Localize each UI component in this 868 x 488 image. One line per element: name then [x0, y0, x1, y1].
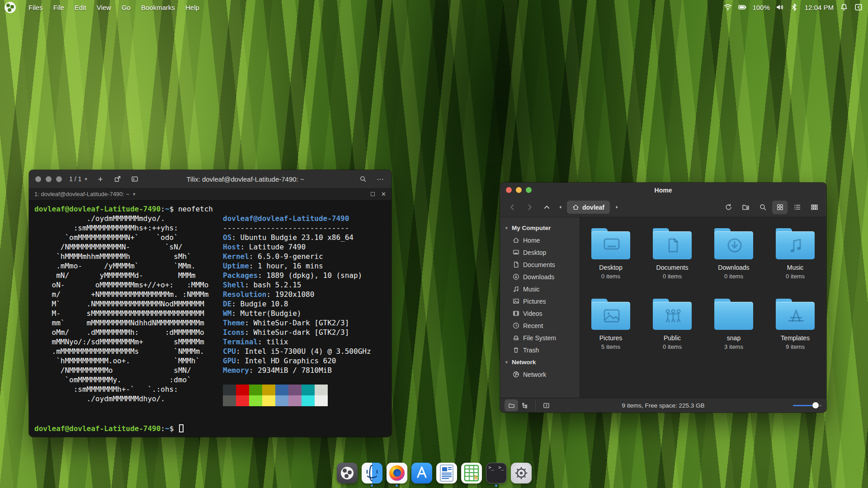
- new-window-icon[interactable]: [130, 174, 140, 184]
- folder-documents[interactable]: Documents 0 items: [642, 230, 703, 300]
- folder-count: 0 items: [724, 273, 743, 280]
- dock-icon-system-settings[interactable]: [511, 463, 532, 487]
- folder-music[interactable]: Music 0 items: [764, 230, 826, 300]
- folder-desktop[interactable]: Desktop 0 items: [580, 230, 642, 300]
- sidebar-item-trash[interactable]: Trash: [500, 344, 580, 356]
- menu-file[interactable]: File: [53, 4, 64, 11]
- sidebar-item-home[interactable]: Home: [500, 234, 580, 246]
- battery-icon[interactable]: [738, 3, 746, 12]
- dock-icon-firefox[interactable]: [387, 463, 407, 487]
- sidebar-item-documents[interactable]: Documents: [500, 258, 580, 271]
- zoom-slider[interactable]: [793, 402, 822, 408]
- crumb-prev-icon[interactable]: [556, 201, 564, 214]
- neofetch-label: Shell: [223, 281, 245, 289]
- notifications-bell-icon[interactable]: [840, 3, 848, 12]
- menu-edit[interactable]: Edit: [75, 4, 86, 11]
- menu-bookmarks[interactable]: Bookmarks: [141, 4, 175, 11]
- prompt-line: dovleaf@dovleaf-Latitude-7490:~$: [34, 424, 184, 433]
- breadcrumb[interactable]: dovleaf: [567, 201, 610, 214]
- forward-icon[interactable]: [522, 201, 537, 214]
- terminal-output[interactable]: dovleaf@dovleaf-Latitude-7490:~$ neofetc…: [29, 201, 392, 437]
- sidebar-item-network[interactable]: Network: [500, 368, 580, 380]
- palette-swatch: [249, 395, 262, 406]
- new-session-button[interactable]: +: [95, 174, 105, 184]
- budgie-menu-icon[interactable]: [5, 2, 16, 13]
- dock: >_>_: [0, 463, 868, 487]
- chevron-down-icon: ▼: [132, 192, 136, 197]
- session-counter[interactable]: 1 / 1▼: [69, 175, 88, 183]
- overflow-menu-icon[interactable]: ⋯: [375, 174, 385, 184]
- folder-icon: [591, 302, 630, 330]
- folder-public[interactable]: Public 0 items: [642, 300, 703, 371]
- folder-downloads[interactable]: Downloads 0 items: [703, 230, 764, 300]
- new-folder-icon[interactable]: [738, 201, 753, 214]
- palette-swatch: [315, 395, 328, 406]
- folder-templates[interactable]: Templates 9 items: [764, 300, 826, 371]
- folder-snap[interactable]: snap 3 items: [703, 300, 764, 371]
- folder-icon: [714, 302, 753, 330]
- sidebar-section-network[interactable]: ▼Network: [500, 356, 580, 368]
- menu-view[interactable]: View: [97, 4, 111, 11]
- sidebar-item-music[interactable]: Music: [500, 283, 580, 295]
- videos-icon: [513, 310, 519, 317]
- menu-help[interactable]: Help: [185, 4, 199, 11]
- dock-icon-libreoffice-writer[interactable]: [436, 463, 457, 487]
- sidebar-item-recent[interactable]: Recent: [500, 319, 580, 332]
- search-icon[interactable]: [358, 174, 368, 184]
- panel-toggle-icon[interactable]: [854, 3, 863, 12]
- wifi-icon[interactable]: [723, 3, 732, 12]
- trash-icon: [513, 347, 519, 353]
- up-icon[interactable]: [539, 201, 554, 214]
- terminal-window-buttons[interactable]: [35, 176, 62, 182]
- folder-name: Desktop: [599, 264, 622, 271]
- maximize-tab-icon[interactable]: [371, 192, 375, 196]
- neofetch-label: GPU: [223, 357, 236, 365]
- neofetch-label: Uptime: [223, 262, 249, 270]
- menu-go[interactable]: Go: [122, 4, 131, 11]
- palette-swatch: [288, 395, 302, 406]
- terminal-titlebar[interactable]: 1 / 1▼ + Tilix: dovleaf@dovleaf-Latitude…: [29, 170, 392, 188]
- dock-icon-libreoffice-calc[interactable]: [461, 463, 482, 487]
- back-icon[interactable]: [505, 201, 520, 214]
- compact-view-icon[interactable]: [807, 201, 822, 214]
- folder-pictures[interactable]: Pictures 5 items: [580, 300, 642, 371]
- palette-swatch: [262, 385, 275, 395]
- dock-icon-tilix[interactable]: >_>_: [486, 463, 507, 487]
- bluetooth-icon[interactable]: [790, 3, 799, 12]
- folder-name: Music: [787, 264, 804, 271]
- file-manager-titlebar[interactable]: Home: [500, 183, 826, 197]
- palette-swatch: [288, 385, 302, 395]
- sidebar-item-videos[interactable]: Videos: [500, 307, 580, 319]
- dock-icon-software-center[interactable]: [411, 463, 432, 487]
- palette-swatch: [249, 385, 262, 395]
- neofetch-info: dovleaf@dovleaf-Latitude-7490-----------…: [223, 214, 386, 375]
- sidebar-item-desktop[interactable]: Desktop: [500, 246, 580, 258]
- clock[interactable]: 12:04 PM: [805, 4, 834, 11]
- folder-name: Pictures: [599, 334, 623, 342]
- sidebar-item-file-system[interactable]: File System: [500, 332, 580, 344]
- grid-view-icon[interactable]: [772, 201, 788, 214]
- terminal-title: Tilix: dovleaf@dovleaf-Latitude-7490: ~: [140, 175, 351, 183]
- sidebar-item-pictures[interactable]: Pictures: [500, 295, 580, 307]
- music-icon: [513, 286, 519, 292]
- folder-count: 9 items: [786, 343, 805, 350]
- file-manager-content[interactable]: Desktop 0 items Documents 0 items Downlo…: [580, 217, 826, 398]
- list-view-icon[interactable]: [789, 201, 805, 214]
- folder-name: Documents: [656, 264, 689, 271]
- dock-icon-budgie-desktop-settings[interactable]: [337, 463, 358, 487]
- downloads-emblem-icon: [714, 231, 753, 259]
- sidebar-item-downloads[interactable]: Downloads: [500, 271, 580, 283]
- detach-terminal-icon[interactable]: [113, 174, 123, 184]
- crumb-next-icon[interactable]: [613, 201, 621, 214]
- volume-icon[interactable]: [776, 3, 784, 12]
- pictures-emblem-icon: [591, 302, 630, 330]
- zoom-slider-knob[interactable]: [812, 402, 819, 408]
- neofetch-label: DE: [223, 300, 231, 308]
- sidebar-section-my-computer[interactable]: ▼My Computer: [500, 222, 580, 234]
- menu-files[interactable]: Files: [28, 4, 43, 11]
- dock-icon-files[interactable]: [362, 463, 382, 487]
- reload-icon[interactable]: [721, 201, 736, 214]
- search-icon[interactable]: [755, 201, 770, 214]
- close-tab-icon[interactable]: ✕: [381, 191, 386, 197]
- terminal-tab[interactable]: 1: dovleaf@dovleaf-Latitude-7490: ~▼: [34, 191, 136, 197]
